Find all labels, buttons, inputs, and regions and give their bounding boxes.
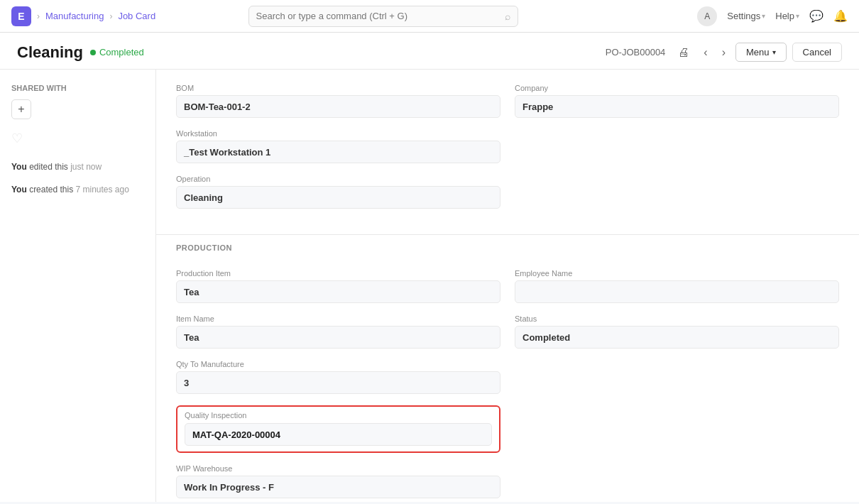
employee-name-value [515, 280, 839, 303]
operation-group: Operation Cleaning [176, 175, 500, 209]
wip-group: WIP Warehouse Work In Progress - F [176, 464, 500, 498]
header-right: PO-JOB00004 🖨 ‹ › Menu ▾ Cancel [606, 43, 842, 62]
workstation-row: Workstation _Test Workstation 1 [176, 129, 839, 163]
activity-item-1: You edited this just now [11, 160, 144, 173]
bom-company-row: BOM BOM-Tea-001-2 Company Frappe [176, 84, 839, 118]
status-dot [90, 50, 96, 55]
heart-icon[interactable]: ♡ [11, 131, 144, 146]
next-button[interactable]: › [718, 43, 730, 62]
status-badge: Completed [90, 47, 144, 57]
content-area: BOM BOM-Tea-001-2 Company Frappe Worksta… [156, 70, 859, 502]
page-header: Cleaning Completed PO-JOB00004 🖨 ‹ › Men… [0, 33, 859, 70]
company-label: Company [515, 84, 839, 92]
activity-actor-2: You [11, 185, 27, 195]
operation-value: Cleaning [176, 186, 500, 209]
prev-button[interactable]: ‹ [699, 43, 711, 62]
qty-spacer [515, 360, 839, 394]
cancel-button[interactable]: Cancel [792, 43, 842, 62]
wip-row: WIP Warehouse Work In Progress - F [176, 464, 839, 498]
quality-inspection-label: Quality Inspection [185, 411, 492, 420]
main-layout: Shared With + ♡ You edited this just now… [0, 70, 859, 502]
employee-name-label: Employee Name [515, 269, 839, 278]
prod-item-employee-row: Production Item Tea Employee Name [176, 269, 839, 303]
doc-id: PO-JOB00004 [606, 47, 666, 57]
workstation-group: Workstation _Test Workstation 1 [176, 129, 500, 163]
wip-spacer [515, 464, 839, 498]
activity-action-2: created this [29, 185, 75, 195]
status-text: Completed [99, 47, 144, 57]
production-section-header: Production [156, 234, 859, 258]
operation-spacer [515, 175, 839, 209]
breadcrumb-sep-1: › [37, 11, 40, 21]
bom-label: BOM [176, 84, 500, 92]
quality-inspection-group: Quality Inspection MAT-QA-2020-00004 [176, 405, 500, 453]
item-name-group: Item Name Tea [176, 314, 500, 349]
breadcrumb-sep-2: › [109, 11, 112, 21]
bell-icon[interactable]: 🔔 [833, 9, 848, 23]
top-nav: E › Manufacturing › Job Card ⌕ A Setting… [0, 0, 859, 33]
status-field-value: Completed [515, 326, 839, 349]
page-title-area: Cleaning Completed [17, 43, 144, 62]
workstation-spacer [515, 129, 839, 163]
production-item-group: Production Item Tea [176, 269, 500, 303]
qty-value: 3 [176, 371, 500, 394]
breadcrumb-jobcard[interactable]: Job Card [118, 11, 155, 21]
qi-spacer [515, 405, 839, 453]
bom-value: BOM-Tea-001-2 [176, 95, 500, 118]
page-title: Cleaning [17, 43, 83, 62]
item-name-status-row: Item Name Tea Status Completed [176, 314, 839, 349]
chat-icon[interactable]: 💬 [809, 9, 824, 23]
nav-right: A Settings ▾ Help ▾ 💬 🔔 [697, 6, 848, 26]
wip-label: WIP Warehouse [176, 464, 500, 473]
qty-row: Qty To Manufacture 3 [176, 360, 839, 394]
print-button[interactable]: 🖨 [674, 43, 694, 62]
production-form-section: Production Item Tea Employee Name Item N… [156, 258, 859, 502]
nav-avatar: A [697, 6, 717, 26]
employee-name-group: Employee Name [515, 269, 839, 303]
operation-row: Operation Cleaning [176, 175, 839, 209]
production-item-label: Production Item [176, 269, 500, 278]
item-name-value: Tea [176, 326, 500, 349]
quality-inspection-value[interactable]: MAT-QA-2020-00004 [185, 423, 492, 446]
add-shared-button[interactable]: + [11, 99, 31, 119]
search-icon: ⌕ [505, 11, 510, 22]
quality-inspection-row: Quality Inspection MAT-QA-2020-00004 [176, 405, 839, 453]
status-label: Status [515, 314, 839, 323]
activity-actor-1: You [11, 162, 27, 172]
breadcrumb-manufacturing[interactable]: Manufacturing [45, 11, 104, 21]
bom-group: BOM BOM-Tea-001-2 [176, 84, 500, 118]
settings-link[interactable]: Settings ▾ [727, 11, 765, 21]
status-group: Status Completed [515, 314, 839, 349]
activity-time-2: 7 minutes ago [76, 185, 129, 195]
workstation-value: _Test Workstation 1 [176, 141, 500, 163]
search-bar[interactable]: ⌕ [248, 6, 518, 27]
company-value: Frappe [515, 95, 839, 118]
app-icon: E [11, 6, 31, 26]
activity-log: You edited this just now You created thi… [11, 160, 144, 196]
activity-item-2: You created this 7 minutes ago [11, 183, 144, 196]
quality-inspection-highlight: Quality Inspection MAT-QA-2020-00004 [176, 405, 500, 453]
top-form-section: BOM BOM-Tea-001-2 Company Frappe Worksta… [156, 70, 859, 234]
sidebar: Shared With + ♡ You edited this just now… [0, 70, 156, 502]
company-group: Company Frappe [515, 84, 839, 118]
wip-value: Work In Progress - F [176, 476, 500, 498]
activity-time-1: just now [70, 162, 102, 172]
item-name-label: Item Name [176, 314, 500, 323]
production-item-value: Tea [176, 280, 500, 303]
help-link[interactable]: Help ▾ [775, 11, 799, 21]
qty-label: Qty To Manufacture [176, 360, 500, 368]
shared-with-label: Shared With [11, 84, 144, 92]
qty-group: Qty To Manufacture 3 [176, 360, 500, 394]
menu-button[interactable]: Menu ▾ [735, 43, 787, 62]
operation-label: Operation [176, 175, 500, 183]
workstation-label: Workstation [176, 129, 500, 138]
activity-action-1: edited this [29, 162, 70, 172]
search-input[interactable] [256, 11, 505, 21]
